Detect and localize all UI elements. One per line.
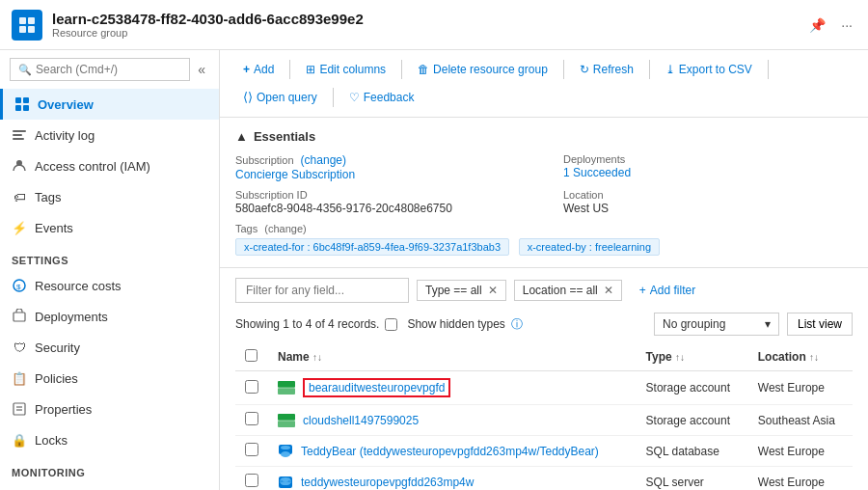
svg-point-25 [281, 451, 290, 457]
row4-name-link[interactable]: teddywesteuropevpgfdd263mp4w [301, 476, 474, 489]
top-header: learn-c2538478-ff82-4030-add6-6acc893e99… [0, 0, 868, 50]
sidebar-item-security[interactable]: 🛡 Security [0, 332, 219, 363]
edit-columns-button[interactable]: ⊞ Edit columns [298, 58, 393, 81]
tags-change-link[interactable]: (change) [264, 223, 306, 234]
header-actions: 📌 ··· [805, 15, 856, 35]
resource-subtitle: Resource group [52, 27, 805, 39]
more-button[interactable]: ··· [837, 15, 856, 35]
sidebar-item-deployments[interactable]: Deployments [0, 301, 219, 332]
sidebar-item-locks[interactable]: 🔒 Locks [0, 424, 219, 455]
resource-costs-icon: $ [12, 278, 27, 293]
open-query-button[interactable]: ⟨⟩ Open query [235, 85, 325, 109]
toolbar-divider-4 [649, 60, 650, 79]
export-button[interactable]: ⤓ Export to CSV [658, 58, 760, 81]
sidebar-item-insights[interactable]: 👁 Insights (preview) [0, 482, 219, 490]
show-hidden-label: Show hidden types [407, 317, 504, 331]
sidebar-item-policies[interactable]: 📋 Policies [0, 363, 219, 394]
name-sort-icon: ↑↓ [312, 352, 322, 363]
row4-checkbox-cell [235, 467, 268, 491]
filter-type-close[interactable]: ✕ [488, 284, 498, 297]
sidebar-item-resource-costs-label: Resource costs [35, 279, 122, 293]
row4-type-cell: SQL server [637, 467, 748, 491]
storage-icon-row2 [278, 414, 295, 427]
row4-checkbox[interactable] [245, 474, 258, 487]
sidebar-item-overview[interactable]: Overview [0, 89, 219, 120]
deployments-value-link[interactable]: 1 Succeeded [563, 166, 631, 179]
row1-name-link[interactable]: bearauditwesteuropevpgfd [303, 378, 450, 397]
deployments-icon [12, 309, 27, 324]
list-view-button[interactable]: List view [787, 313, 853, 336]
sidebar-item-events-label: Events [35, 221, 73, 235]
row2-checkbox-cell [235, 405, 268, 436]
sidebar-item-events[interactable]: ⚡ Events [0, 212, 219, 243]
table-head: Name ↑↓ Type ↑↓ Location ↑↓ [235, 343, 853, 371]
row2-name-link[interactable]: cloudshell1497599025 [303, 414, 419, 427]
row3-checkbox[interactable] [245, 443, 258, 456]
settings-section-label: Settings [0, 243, 219, 270]
table-header-row: Name ↑↓ Type ↑↓ Location ↑↓ [235, 343, 853, 371]
svg-rect-7 [23, 105, 29, 111]
add-filter-button[interactable]: + Add filter [630, 280, 705, 301]
refresh-button[interactable]: ↻ Refresh [572, 58, 641, 81]
type-sort-icon: ↑↓ [675, 352, 685, 363]
sidebar-item-properties[interactable]: Properties [0, 394, 219, 424]
tags-row: Tags (change) x-created-for : 6bc48f9f-a… [235, 223, 853, 256]
grouping-select[interactable]: No grouping ▾ [654, 313, 779, 336]
row3-location-cell: West Europe [748, 436, 853, 467]
deployments-label: Deployments [563, 153, 853, 165]
grouping-label: No grouping [663, 317, 725, 331]
security-icon: 🛡 [12, 340, 27, 355]
filter-type-chip[interactable]: Type == all ✕ [417, 280, 506, 301]
filter-location-close[interactable]: ✕ [604, 284, 613, 297]
columns-icon: ⊞ [306, 63, 315, 76]
type-column-header[interactable]: Type ↑↓ [637, 343, 748, 371]
delete-button[interactable]: 🗑 Delete resource group [410, 58, 556, 81]
table-row: bearauditwesteuropevpgfd Storage account… [235, 371, 853, 405]
sidebar-item-iam[interactable]: Access control (IAM) [0, 150, 219, 181]
svg-rect-1 [28, 17, 35, 24]
add-button[interactable]: + Add [235, 58, 282, 81]
subscription-change-link[interactable]: (change) [301, 153, 346, 167]
sidebar-item-activity-log[interactable]: Activity log [0, 120, 219, 150]
svg-rect-18 [278, 381, 295, 388]
content-area: + Add ⊞ Edit columns 🗑 Delete resource g… [220, 50, 868, 490]
svg-rect-22 [278, 421, 295, 427]
sidebar-item-overview-label: Overview [38, 97, 94, 112]
resource-group-icon [12, 10, 42, 41]
tag-badge-1: x-created-by : freelearning [519, 238, 660, 256]
subscription-item: Subscription (change) Concierge Subscrip… [235, 153, 525, 181]
activity-log-icon [12, 127, 27, 143]
pin-button[interactable]: 📌 [805, 15, 829, 35]
svg-text:$: $ [16, 283, 21, 291]
info-icon[interactable]: ⓘ [511, 316, 523, 333]
location-column-header[interactable]: Location ↑↓ [748, 343, 853, 371]
sidebar-collapse-button[interactable]: « [194, 60, 209, 79]
filter-location-chip[interactable]: Location == all ✕ [514, 280, 622, 301]
svg-point-28 [281, 477, 290, 481]
sidebar-item-deployments-label: Deployments [35, 310, 108, 324]
row3-name-link[interactable]: TeddyBear (teddywesteuropevpgfdd263mp4w/… [301, 445, 599, 458]
toolbar: + Add ⊞ Edit columns 🗑 Delete resource g… [220, 50, 868, 118]
row2-checkbox[interactable] [245, 412, 258, 425]
filter-input[interactable] [235, 278, 409, 303]
essentials-title: Essentials [254, 129, 315, 144]
grouping-chevron: ▾ [765, 317, 771, 331]
select-all-checkbox[interactable] [245, 349, 258, 362]
location-label: Location [563, 189, 853, 201]
feedback-button[interactable]: ♡ Feedback [341, 86, 422, 109]
show-hidden-checkbox[interactable] [385, 318, 397, 331]
sidebar-item-resource-costs[interactable]: $ Resource costs [0, 270, 219, 301]
row1-name-cell: bearauditwesteuropevpgfd [268, 371, 637, 405]
row1-checkbox[interactable] [245, 380, 258, 394]
svg-rect-14 [14, 313, 25, 321]
essentials-header[interactable]: ▲ Essentials [235, 129, 853, 144]
filter-bar: Type == all ✕ Location == all ✕ + Add fi… [235, 278, 853, 303]
tags-label: Tags (change) [235, 223, 853, 234]
records-info: Showing 1 to 4 of 4 records. Show hidden… [235, 316, 523, 333]
events-icon: ⚡ [12, 220, 27, 235]
sidebar-search-input[interactable] [36, 63, 181, 76]
subscription-value-link[interactable]: Concierge Subscription [235, 168, 355, 181]
sidebar-item-iam-label: Access control (IAM) [35, 159, 150, 174]
sidebar-item-tags[interactable]: 🏷 Tags [0, 181, 219, 212]
name-column-header[interactable]: Name ↑↓ [268, 343, 637, 371]
